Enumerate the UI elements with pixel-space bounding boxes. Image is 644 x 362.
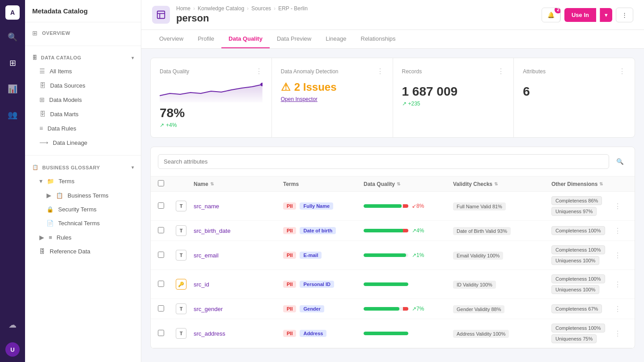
overview-section: ⊞ OVERVIEW: [25, 22, 141, 44]
search-bar: 🔍: [151, 147, 635, 177]
sidebar-item-all-items[interactable]: ☰ All Items: [25, 64, 141, 78]
search-input[interactable]: [158, 154, 609, 169]
row-checkbox[interactable]: [158, 330, 164, 336]
attributes-more-button[interactable]: ⋮: [619, 67, 626, 76]
term-tag[interactable]: Fully Name: [300, 202, 333, 210]
col-header-terms[interactable]: Terms: [283, 181, 364, 187]
term-tag[interactable]: E-mail: [300, 252, 322, 259]
dim-badge: Completeness 67%: [551, 304, 602, 313]
term-tag[interactable]: Date of birth: [300, 227, 336, 234]
row-more-button[interactable]: ⋮: [614, 329, 627, 338]
row-more-button[interactable]: ⋮: [614, 202, 627, 210]
field-name[interactable]: src_address: [194, 330, 225, 337]
dim-badge: Completeness 100%: [551, 226, 605, 235]
row-more-button[interactable]: ⋮: [614, 227, 627, 235]
dim-badge: Completeness 86%: [551, 196, 602, 205]
quality-bar-wrap: ↗7%: [364, 306, 453, 312]
use-in-button[interactable]: Use In: [564, 8, 596, 22]
open-inspector-link[interactable]: Open Inspector: [281, 96, 384, 102]
quality-fill: [364, 307, 399, 311]
sidebar-item-security-terms[interactable]: 🔒 Security Terms: [25, 202, 141, 216]
row-more-button[interactable]: ⋮: [614, 251, 627, 260]
sidebar-item-data-marts[interactable]: 🗄 Data Marts: [25, 107, 141, 121]
field-name[interactable]: src_name: [194, 203, 219, 210]
data-models-icon: ⊞: [39, 96, 45, 103]
row-checkbox[interactable]: [158, 305, 164, 311]
type-icon: 🔑: [176, 279, 186, 290]
quality-value: 78%: [160, 106, 263, 120]
search-button[interactable]: 🔍: [613, 155, 627, 168]
cloud-rail-icon[interactable]: ☁: [5, 316, 20, 333]
dim-badge: Uniqueness 100%: [551, 285, 599, 294]
page-header: Home › Konwledge Catalog › Sources › ERP…: [141, 0, 644, 30]
quality-bar-wrap: ↗4%: [364, 227, 453, 234]
page-icon: [152, 6, 170, 24]
col-header-validity[interactable]: Validity Checks ⇅: [453, 181, 551, 187]
catalog-rail-icon[interactable]: ⊞: [6, 55, 20, 72]
quality-more-button[interactable]: ⋮: [255, 67, 263, 76]
sidebar-item-data-models[interactable]: ⊞ Data Models: [25, 93, 141, 107]
business-glossary-header[interactable]: 📋 BUSINESS GLOSSARY ▾: [25, 161, 141, 174]
reference-data-icon: 🗄: [39, 248, 45, 255]
business-terms-expand-icon: ▶: [47, 192, 51, 199]
quality-pct: ↙8%: [412, 203, 424, 209]
row-checkbox[interactable]: [158, 281, 164, 287]
validity-badge: ID Validity 100%: [453, 281, 496, 289]
quality-label: Data Quality: [160, 68, 189, 75]
row-checkbox[interactable]: [158, 252, 164, 258]
term-tag[interactable]: Personal ID: [300, 281, 334, 288]
field-name[interactable]: src_birth_date: [194, 227, 230, 234]
validity-badge: Gender Validity 88%: [453, 305, 504, 313]
validity-badge: Email Validity 100%: [453, 252, 503, 260]
col-header-quality[interactable]: Data Quality ⇅: [364, 181, 453, 187]
tab-lineage[interactable]: Lineage: [318, 30, 353, 48]
quality-bar: [364, 229, 408, 232]
sidebar-item-data-rules[interactable]: ≡ Data Rules: [25, 121, 141, 135]
sidebar-item-rules[interactable]: ▶ ≡ Rules: [25, 230, 141, 244]
sidebar-item-technical-terms[interactable]: 📄 Technical Terms: [25, 216, 141, 230]
quality-pct: ↗4%: [412, 227, 424, 234]
row-checkbox[interactable]: [158, 202, 164, 209]
search-rail-icon[interactable]: 🔍: [4, 29, 21, 46]
pii-tag: PII: [283, 227, 296, 234]
field-name[interactable]: src_email: [194, 252, 219, 259]
use-in-dropdown-button[interactable]: ▾: [600, 8, 612, 22]
records-more-button[interactable]: ⋮: [497, 67, 504, 76]
more-options-button[interactable]: ⋮: [616, 8, 633, 22]
quality-bar-wrap: ↗1%: [364, 252, 453, 258]
tab-relationships[interactable]: Relationships: [354, 30, 403, 48]
sidebar-item-data-sources[interactable]: 🗄 Data Sources: [25, 78, 141, 93]
users-rail-icon[interactable]: 👥: [4, 106, 21, 123]
select-all-checkbox[interactable]: [158, 180, 164, 186]
sidebar-item-terms[interactable]: ▾ 📁 Terms: [25, 174, 141, 188]
row-checkbox[interactable]: [158, 227, 164, 233]
tab-profile[interactable]: Profile: [191, 30, 221, 48]
sidebar-item-reference-data[interactable]: 🗄 Reference Data: [25, 244, 141, 258]
stats-row: Data Quality ⋮: [150, 58, 635, 138]
term-tag[interactable]: Address: [300, 330, 326, 337]
sidebar-item-data-lineage[interactable]: ⟶ Data Lineage: [25, 135, 141, 150]
breadcrumb: Home › Konwledge Catalog › Sources › ERP…: [176, 5, 308, 12]
tab-data-preview[interactable]: Data Preview: [270, 30, 318, 48]
glossary-chevron: ▾: [131, 165, 134, 170]
dim-badge: Completeness 100%: [551, 274, 605, 283]
sidebar-item-business-terms[interactable]: ▶ 📋 Business Terms: [25, 188, 141, 202]
data-catalog-header[interactable]: 🗄 DATA CATALOG ▾: [25, 51, 141, 64]
sidebar-item-overview[interactable]: ⊞ OVERVIEW: [25, 26, 141, 40]
business-terms-icon: 📋: [56, 192, 63, 199]
field-name[interactable]: src_gender: [194, 306, 223, 312]
col-header-dimensions[interactable]: Other Dimensions ⇅: [551, 181, 614, 187]
tab-overview[interactable]: Overview: [152, 30, 191, 48]
col-header-name[interactable]: Name ⇅: [194, 181, 283, 187]
notification-button[interactable]: 🔔 2: [542, 8, 560, 22]
tab-data-quality[interactable]: Data Quality: [221, 30, 270, 48]
user-avatar[interactable]: U: [5, 342, 20, 357]
rules-icon: ≡: [49, 234, 52, 241]
row-more-button[interactable]: ⋮: [614, 280, 627, 289]
anomaly-more-button[interactable]: ⋮: [377, 67, 384, 76]
attributes-table: 🔍 Name ⇅ Terms Data Quality ⇅ Validi: [150, 147, 635, 349]
row-more-button[interactable]: ⋮: [614, 305, 627, 313]
field-name[interactable]: src_id: [194, 281, 209, 288]
chart-rail-icon[interactable]: 📊: [4, 80, 21, 97]
term-tag[interactable]: Gender: [300, 305, 324, 312]
